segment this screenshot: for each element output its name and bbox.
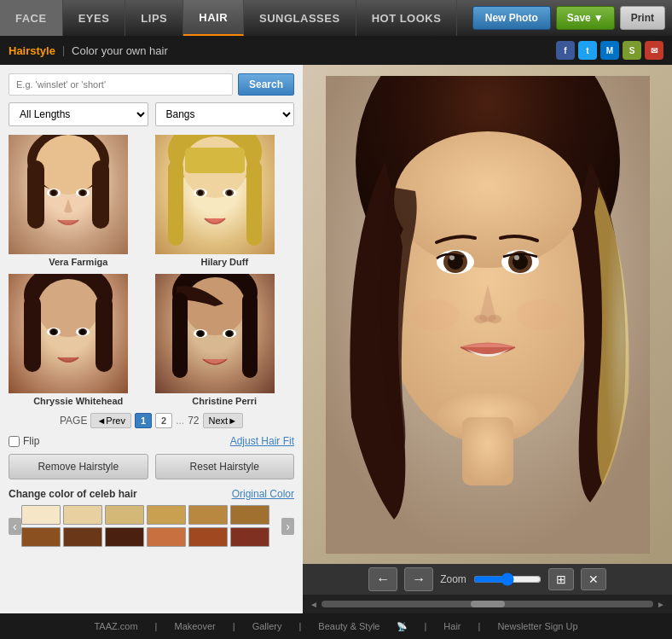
- save-button[interactable]: Save ▼: [556, 6, 615, 30]
- color-next-button[interactable]: ›: [281, 518, 294, 535]
- svg-point-22: [38, 279, 99, 337]
- celeb-image-vera: [9, 135, 128, 254]
- page-label: PAGE: [60, 415, 87, 427]
- zoom-bar: ◄ ►: [303, 595, 672, 613]
- zoom-slider[interactable]: [473, 572, 542, 586]
- photo-right-button[interactable]: →: [404, 567, 433, 591]
- celeb-image-chryssie: [9, 274, 128, 393]
- color-swatch-5[interactable]: [188, 505, 228, 525]
- zoom-right-icon: ►: [657, 600, 665, 609]
- main-nav: FACE EYES LIPS HAIR SUNGLASSES HOT LOOKS…: [0, 0, 672, 36]
- color-swatch-10[interactable]: [147, 527, 186, 547]
- search-input[interactable]: [9, 73, 233, 96]
- email-icon[interactable]: ✉: [645, 41, 663, 60]
- footer-newsletter[interactable]: Newsletter Sign Up: [497, 621, 577, 631]
- footer-beauty-style[interactable]: Beauty & Style: [318, 621, 379, 631]
- tab-face[interactable]: FACE: [0, 0, 63, 36]
- celeb-name-chryssie: Chryssie Whitehead: [9, 396, 148, 406]
- celeb-image-hilary: [155, 135, 275, 254]
- svg-rect-12: [185, 148, 245, 173]
- search-button[interactable]: Search: [238, 73, 294, 96]
- color-swatch-1[interactable]: [21, 505, 61, 525]
- color-swatch-2[interactable]: [63, 505, 102, 525]
- sub-nav-links: Hairstyle | Color your own hair: [9, 44, 168, 57]
- flip-checkbox[interactable]: [9, 436, 20, 447]
- close-photo-button[interactable]: ✕: [581, 568, 606, 590]
- hairstyle-link[interactable]: Hairstyle: [9, 44, 55, 57]
- myspace-icon[interactable]: M: [600, 41, 619, 60]
- color-swatch-9[interactable]: [105, 527, 144, 547]
- zoom-scrollbar[interactable]: [322, 601, 653, 607]
- color-header: Change color of celeb hair Original Colo…: [9, 488, 294, 500]
- svg-rect-8: [27, 160, 44, 229]
- color-swatch-7[interactable]: [21, 527, 61, 547]
- pagination: PAGE ◄Prev 1 2 ... 72 Next►: [9, 413, 294, 428]
- tab-sunglasses[interactable]: SUNGLASSES: [244, 0, 356, 36]
- color-swatch-4[interactable]: [147, 505, 186, 525]
- adjust-hair-link[interactable]: Adjust Hair Fit: [230, 435, 294, 447]
- sub-nav-separator: |: [62, 44, 65, 56]
- page-2[interactable]: 2: [155, 413, 172, 428]
- celeb-item-christine[interactable]: Christine Perri: [155, 274, 295, 406]
- tab-hair[interactable]: HAIR: [183, 0, 244, 36]
- footer-makeover[interactable]: Makeover: [174, 621, 215, 631]
- photo-area: [303, 65, 672, 564]
- right-panel: ← → Zoom ⊞ ✕ ◄ ►: [303, 65, 672, 613]
- page-1[interactable]: 1: [135, 413, 152, 428]
- svg-rect-40: [242, 293, 258, 378]
- svg-point-7: [80, 190, 85, 195]
- grid-view-button[interactable]: ⊞: [548, 568, 574, 590]
- new-photo-button[interactable]: New Photo: [472, 6, 551, 30]
- tab-hot-looks[interactable]: HOT LOOKS: [356, 0, 458, 36]
- prev-page-button[interactable]: ◄Prev: [90, 413, 131, 428]
- svg-rect-58: [462, 417, 513, 485]
- photo-left-button[interactable]: ←: [368, 567, 397, 591]
- remove-hairstyle-button[interactable]: Remove Hairstyle: [9, 454, 148, 479]
- footer-rss-icon: 📡: [397, 622, 407, 631]
- twitter-icon[interactable]: t: [578, 41, 597, 60]
- next-page-button[interactable]: Next►: [203, 413, 244, 428]
- celeb-item-vera[interactable]: Vera Farmiga: [9, 135, 148, 267]
- color-prev-button[interactable]: ‹: [9, 518, 21, 535]
- color-swatch-11[interactable]: [188, 527, 228, 547]
- stumble-icon[interactable]: S: [623, 41, 641, 60]
- filter-row: All Lengths Short Medium Long Bangs No B…: [9, 102, 294, 126]
- print-button[interactable]: Print: [620, 6, 665, 30]
- bangs-filter[interactable]: Bangs No Bangs Side Bangs: [155, 102, 295, 126]
- color-swatch-row-2: [21, 527, 282, 547]
- flip-checkbox-label[interactable]: Flip: [9, 435, 39, 447]
- svg-point-48: [449, 255, 455, 260]
- celeb-grid: Vera Farmiga: [9, 135, 294, 406]
- svg-rect-30: [96, 295, 113, 372]
- svg-point-18: [227, 190, 232, 195]
- color-swatch-8[interactable]: [63, 527, 102, 547]
- color-hair-link[interactable]: Color your own hair: [72, 44, 168, 57]
- tab-lips[interactable]: LIPS: [125, 0, 183, 36]
- facebook-icon[interactable]: f: [556, 41, 575, 60]
- color-grid-wrap: ‹ ›: [9, 505, 294, 547]
- color-swatch-6[interactable]: [230, 505, 269, 525]
- original-color-link[interactable]: Original Color: [232, 488, 294, 500]
- footer-sep-4: |: [424, 621, 426, 631]
- svg-point-55: [411, 299, 459, 330]
- length-filter[interactable]: All Lengths Short Medium Long: [9, 102, 148, 126]
- tab-eyes[interactable]: EYES: [63, 0, 126, 36]
- footer-gallery[interactable]: Gallery: [252, 621, 282, 631]
- footer-sep-5: |: [478, 621, 481, 631]
- footer-hair[interactable]: Hair: [443, 621, 461, 631]
- svg-point-52: [514, 255, 519, 260]
- zoom-left-icon: ◄: [310, 600, 318, 609]
- footer-sep-1: |: [155, 621, 158, 631]
- page-total: 72: [188, 415, 199, 427]
- reset-hairstyle-button[interactable]: Reset Hairstyle: [155, 454, 295, 479]
- action-row: Remove Hairstyle Reset Hairstyle: [9, 454, 294, 479]
- celeb-item-chryssie[interactable]: Chryssie Whitehead: [9, 274, 148, 406]
- footer-taaz[interactable]: TAAZ.com: [94, 621, 137, 631]
- svg-rect-9: [92, 160, 109, 229]
- flip-row: Flip Adjust Hair Fit: [9, 435, 294, 447]
- svg-rect-19: [168, 160, 183, 246]
- left-panel: Search All Lengths Short Medium Long Ban…: [0, 65, 303, 613]
- color-swatch-3[interactable]: [105, 505, 144, 525]
- color-swatch-12[interactable]: [230, 527, 269, 547]
- celeb-item-hilary[interactable]: Hilary Duff: [155, 135, 295, 267]
